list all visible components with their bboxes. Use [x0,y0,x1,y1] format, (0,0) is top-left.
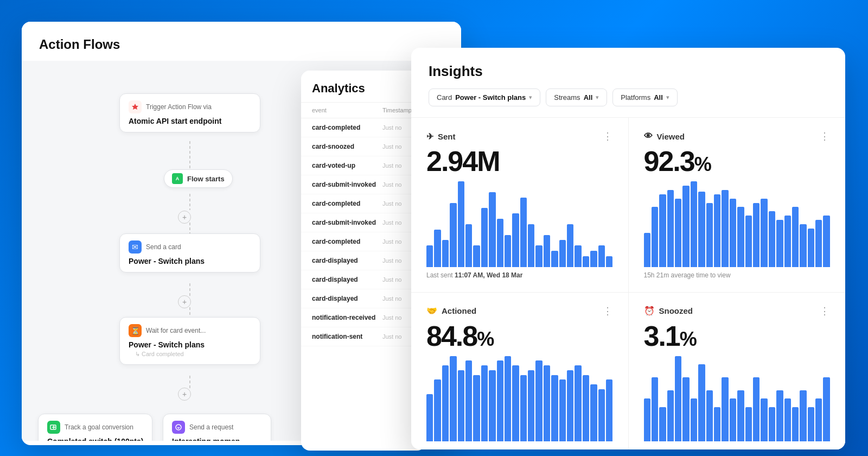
track-goal-icon [47,421,60,434]
chart-bar [698,364,705,441]
wait-title: Power - Switch plans [129,340,251,349]
chart-bar [800,390,806,441]
chart-bar [575,245,581,267]
chart-bar [815,398,822,441]
analytics-row: card-completed Just no [301,118,426,137]
chart-bar [722,190,728,267]
connector-line-1 [184,141,195,174]
metric-menu-viewed[interactable]: ⋮ [819,131,830,142]
chart-bar [567,370,573,441]
metric-label-sent: ✈ Sent [426,131,456,142]
metric-header-actioned: 🤝 Actioned ⋮ [426,306,613,316]
metric-header-sent: ✈ Sent ⋮ [426,131,613,142]
analytics-time: Just no [382,238,415,245]
wait-card-node[interactable]: ⏳ Wait for card event... Power - Switch … [119,317,260,365]
chart-bar [823,377,829,441]
metric-icon-snoozed: ⏰ [644,306,655,316]
metric-label-viewed: 👁 Viewed [644,131,685,141]
chart-bar [567,224,573,267]
analytics-row: card-displayed Just no [301,289,426,308]
send-request-node[interactable]: Send a request Interesting momen [163,414,271,441]
chart-bar [512,213,519,267]
metric-value-actioned: 84.8% [426,321,613,352]
chart-bar [442,365,449,441]
chart-bar [458,181,464,267]
metric-menu-snoozed[interactable]: ⋮ [819,306,830,316]
add-node-btn-2[interactable]: + [178,295,191,308]
card-filter-chevron: ▾ [529,94,532,101]
analytics-time: Just no [382,295,415,302]
chart-bar [512,365,519,441]
metric-footer-sent: Last sent 11:07 AM, Wed 18 Mar [426,271,613,279]
streams-filter-label: Streams [554,93,580,102]
streams-filter-btn[interactable]: Streams All ▾ [546,88,607,106]
metric-menu-actioned[interactable]: ⋮ [602,306,613,316]
wait-header: Wait for card event... [146,327,206,334]
metric-number: 84.8 [426,320,477,352]
chart-bar [450,203,456,267]
trigger-node[interactable]: Trigger Action Flow via Atomic API start… [119,93,260,132]
platforms-filter-label: Platforms [621,93,650,102]
streams-filter-chevron: ▾ [596,94,599,101]
metric-icon-viewed: 👁 [644,131,653,141]
analytics-panel: Analytics event Timestamp card-completed… [301,71,426,451]
chart-bar [426,394,433,441]
add-node-btn-1[interactable]: + [178,211,191,224]
streams-filter-value: All [584,93,593,102]
analytics-time: Just no [382,143,415,150]
analytics-rows: card-completed Just no card-snoozed Just… [301,118,426,346]
analytics-row: card-submit-invoked Just no [301,175,426,194]
flow-starts-label: Flow starts [187,175,225,183]
chart-bar [598,245,605,267]
analytics-row: notification-received Just no [301,308,426,327]
analytics-row: card-completed Just no [301,194,426,213]
analytics-time: Just no [382,314,415,321]
chart-bar [769,211,775,267]
metric-icon-sent: ✈ [426,131,433,142]
flow-starts-icon: A [172,173,183,184]
analytics-event: card-submit-invoked [312,219,382,226]
card-filter-btn[interactable]: Card Power - Switch plans ▾ [429,88,540,106]
platforms-filter-value: All [654,93,663,102]
chart-bar [473,375,480,441]
chart-bar [753,377,760,441]
chart-bar [473,245,480,267]
add-node-btn-3[interactable]: + [178,388,191,401]
chart-bar [598,389,605,441]
analytics-row: card-voted-up Just no [301,156,426,175]
chart-bar [458,370,464,441]
analytics-row: card-completed Just no [301,232,426,251]
chart-bar [434,230,441,267]
chart-bar [575,365,581,441]
metric-label-text: Actioned [442,306,476,315]
platforms-filter-btn[interactable]: Platforms All ▾ [612,88,678,106]
metric-number: 3.1 [644,320,680,352]
insights-grid: ✈ Sent ⋮ 2.94M Last sent 11:07 AM, Wed 1… [411,118,845,449]
analytics-header: Analytics [301,71,426,103]
chart-bar [434,379,441,441]
insights-panel: Insights Card Power - Switch plans ▾ Str… [411,48,845,449]
chart-bar [737,390,744,441]
metric-menu-sent[interactable]: ⋮ [602,131,613,142]
chart-bar [675,199,681,267]
chart-bar [753,203,760,267]
analytics-row: card-submit-invoked Just no [301,213,426,232]
chart-bar [497,219,503,267]
chart-bar [659,194,666,267]
chart-bar [667,390,674,441]
trigger-title: Atomic API start endpoint [129,117,251,125]
analytics-col-event: event [312,107,382,113]
metric-header-viewed: 👁 Viewed ⋮ [644,131,831,142]
send-card-icon: ✉ [129,240,142,254]
insights-filters: Card Power - Switch plans ▾ Streams All … [429,88,828,106]
chart-bar [745,216,752,267]
track-goal-node[interactable]: Track a goal conversion Completed switch… [38,414,152,441]
metric-card-viewed: 👁 Viewed ⋮ 92.3% 15h 21m average time to… [629,118,846,292]
metric-chart-snoozed [644,356,831,441]
wait-icon: ⏳ [129,324,142,337]
send-card-node[interactable]: ✉ Send a card Power - Switch plans [119,233,260,273]
chart-bar [559,240,566,267]
analytics-row: notification-sent Just no [301,327,426,346]
analytics-time: Just no [382,257,415,264]
metric-card-snoozed: ⏰ Snoozed ⋮ 3.1% [629,293,846,450]
